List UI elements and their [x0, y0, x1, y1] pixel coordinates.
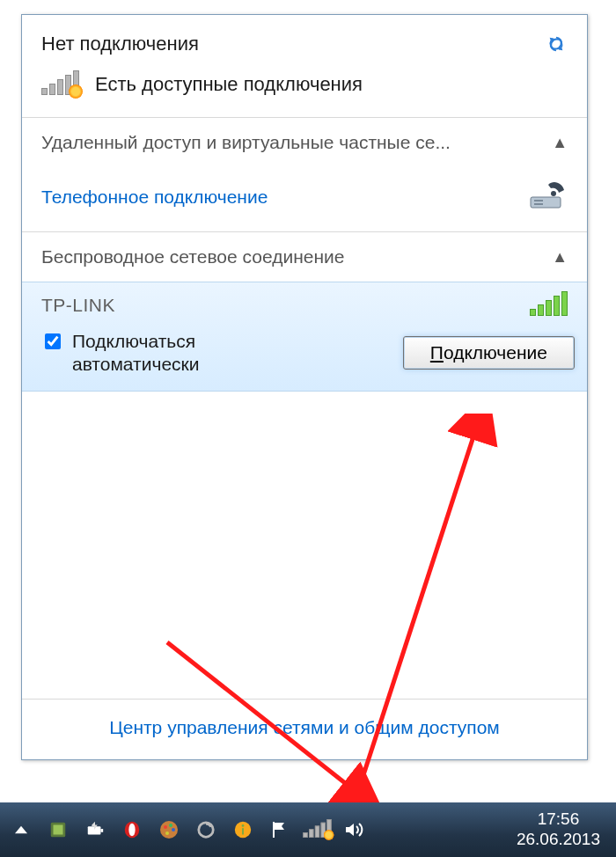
auto-connect-checkbox[interactable]: [45, 333, 61, 349]
svg-rect-2: [534, 203, 543, 205]
phone-modem-icon: [527, 178, 568, 216]
svg-rect-19: [242, 828, 244, 834]
svg-rect-7: [54, 825, 63, 835]
svg-point-14: [169, 824, 172, 827]
dialup-item[interactable]: Телефонное подключение: [22, 167, 587, 231]
network-flyout: Нет подключения Есть доступные подключен…: [21, 14, 588, 760]
refresh-icon[interactable]: [545, 33, 568, 55]
tray-sync-icon[interactable]: [194, 817, 218, 842]
available-connections-label: Есть доступные подключения: [95, 73, 363, 96]
svg-rect-1: [534, 200, 543, 201]
vpn-section-header[interactable]: Удаленный доступ и виртуальные частные с…: [22, 118, 587, 167]
dialup-label: Телефонное подключение: [41, 187, 268, 208]
tray-show-hidden-icon[interactable]: [9, 817, 33, 842]
svg-rect-8: [88, 826, 101, 834]
tray-opera-icon[interactable]: [120, 817, 144, 842]
svg-point-11: [128, 824, 135, 837]
svg-point-15: [172, 828, 175, 831]
clock-date: 26.06.2013: [517, 830, 600, 850]
svg-rect-9: [100, 829, 103, 832]
tray-palette-icon[interactable]: [157, 817, 181, 842]
network-center-link[interactable]: Центр управления сетями и общим доступом: [109, 717, 500, 737]
svg-point-16: [165, 831, 169, 835]
signal-strength-icon: [530, 295, 568, 316]
vpn-section-label: Удаленный доступ и виртуальные частные с…: [41, 132, 451, 153]
wlan-section-header[interactable]: Беспроводное сетевое соединение ▲: [22, 232, 587, 282]
chevron-up-icon: ▲: [552, 134, 568, 152]
tray-note-icon[interactable]: [46, 817, 70, 842]
taskbar: 17:56 26.06.2013: [0, 802, 616, 857]
signal-bars-alert-icon: [41, 74, 79, 95]
flyout-title: Нет подключения: [41, 33, 199, 55]
svg-rect-0: [531, 197, 561, 208]
svg-point-3: [551, 191, 556, 196]
taskbar-clock[interactable]: 17:56 26.06.2013: [517, 809, 607, 850]
svg-point-13: [164, 825, 167, 829]
chevron-up-icon: ▲: [552, 248, 568, 267]
tray-power-icon[interactable]: [83, 817, 107, 842]
svg-point-20: [242, 824, 245, 827]
tray-info-icon[interactable]: [231, 817, 255, 842]
auto-connect-label: Подключаться автоматически: [72, 330, 283, 377]
tray-volume-icon[interactable]: [341, 817, 366, 842]
wlan-section-label: Беспроводное сетевое соединение: [41, 246, 344, 267]
clock-time: 17:56: [517, 809, 600, 830]
tray-network-icon[interactable]: [304, 817, 329, 842]
wifi-ssid-label: TP-LINK: [41, 295, 115, 316]
tray-flag-icon[interactable]: [268, 817, 292, 842]
connect-button[interactable]: Подключение: [403, 336, 575, 370]
wifi-network-item[interactable]: TP-LINK Подключаться автоматически Подкл…: [22, 282, 587, 392]
